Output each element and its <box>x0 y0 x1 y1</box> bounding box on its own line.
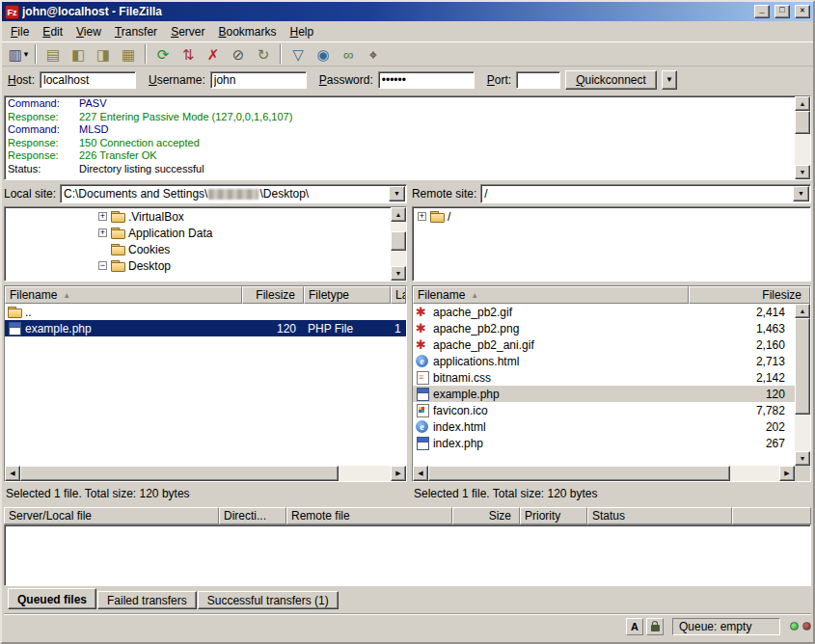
column-header-server-local-file[interactable]: Server/Local file <box>4 507 219 524</box>
local-tree-item-desktop[interactable]: −Desktop <box>6 257 390 274</box>
find-files-button[interactable]: ⌖ <box>362 43 385 65</box>
file-row-item[interactable]: .. <box>5 304 406 320</box>
encryption-indicator-icon[interactable] <box>646 618 664 635</box>
scroll-track[interactable] <box>795 318 810 451</box>
scroll-track[interactable] <box>20 466 391 481</box>
collapse-icon[interactable]: − <box>98 261 107 270</box>
file-row-apache-pb2-gif[interactable]: apache_pb2.gif2,414 <box>413 304 795 320</box>
transfer-queue-list[interactable] <box>4 524 811 586</box>
column-header-remote-file[interactable]: Remote file <box>286 507 452 524</box>
menu-bookmarks[interactable]: Bookmarks <box>211 23 283 40</box>
local-site-combo[interactable]: C:\Documents and Settings\\Desktop\ ▼ <box>60 184 407 203</box>
menu-server[interactable]: Server <box>164 23 211 40</box>
local-horizontal-scrollbar[interactable]: ◀ ▶ <box>5 466 406 481</box>
titlebar[interactable]: Fz john@localhost - FileZilla _ □ ✕ <box>2 2 813 21</box>
file-row-example-php[interactable]: example.php120 <box>413 386 795 402</box>
host-input[interactable] <box>40 71 136 89</box>
remote-list-body[interactable]: apache_pb2.gif2,414apache_pb2.png1,463ap… <box>413 304 810 466</box>
scroll-down-button[interactable]: ▼ <box>795 451 810 466</box>
local-tree-item-application-data[interactable]: +Application Data <box>6 225 390 241</box>
menu-file[interactable]: File <box>4 23 36 40</box>
reconnect-button[interactable]: ↻ <box>252 43 275 65</box>
scroll-down-button[interactable]: ▼ <box>795 165 810 179</box>
synchronized-browsing-button[interactable]: ∞ <box>337 43 360 65</box>
quickconnect-button[interactable]: Quickconnect <box>565 70 657 90</box>
scroll-track[interactable] <box>428 466 779 481</box>
log-scrollbar[interactable]: ▲ ▼ <box>795 96 810 179</box>
datatype-indicator-icon[interactable]: A <box>626 618 643 635</box>
scroll-thumb[interactable] <box>795 318 810 415</box>
column-header-size[interactable]: Size <box>452 507 520 524</box>
refresh-button[interactable]: ⟳ <box>151 43 175 65</box>
local-tree-scrollbar[interactable]: ▲ ▼ <box>391 207 406 281</box>
process-queue-button[interactable]: ⇅ <box>177 43 200 65</box>
disconnect-button[interactable]: ⊘ <box>227 43 250 65</box>
file-row-index-html[interactable]: index.html202 <box>413 418 795 435</box>
column-header-filename[interactable]: Filename▲ <box>413 286 689 304</box>
remote-site-combo[interactable]: / ▼ <box>480 184 811 203</box>
file-row-apache-pb2-png[interactable]: apache_pb2.png1,463 <box>413 320 795 336</box>
file-row-favicon-ico[interactable]: favicon.ico7,782 <box>413 402 795 418</box>
close-button[interactable]: ✕ <box>795 5 810 18</box>
local-tree-item-cookies[interactable]: Cookies <box>6 241 390 257</box>
toggle-remote-tree-button[interactable]: ◨ <box>92 43 115 65</box>
scroll-up-button[interactable]: ▲ <box>795 304 810 318</box>
remote-horizontal-scrollbar[interactable]: ◀ ▶ <box>413 466 795 481</box>
expand-icon[interactable]: + <box>98 212 107 221</box>
toggle-transfer-queue-button[interactable]: ▦ <box>117 43 140 65</box>
remote-site-dropdown-icon[interactable]: ▼ <box>793 186 809 201</box>
scroll-thumb[interactable] <box>391 231 406 251</box>
remote-directory-tree[interactable]: +/ <box>412 206 811 282</box>
column-header-priority[interactable]: Priority <box>520 507 587 524</box>
local-site-dropdown-icon[interactable]: ▼ <box>389 186 405 201</box>
column-header-last-modified[interactable]: Last modified <box>391 286 406 304</box>
tab-failed-transfers[interactable]: Failed transfers <box>97 591 197 609</box>
column-header-filesize[interactable]: Filesize <box>242 286 304 304</box>
message-log[interactable]: Command:PASVResponse:227 Entering Passiv… <box>4 95 811 180</box>
expand-icon[interactable]: + <box>418 212 426 221</box>
compare-directories-button[interactable]: ◉ <box>312 43 335 65</box>
port-input[interactable] <box>516 71 560 89</box>
scroll-down-button[interactable]: ▼ <box>391 266 406 281</box>
scroll-thumb[interactable] <box>428 466 730 481</box>
column-header-directi[interactable]: Directi... <box>219 507 286 524</box>
scroll-track[interactable] <box>795 111 810 165</box>
tab-queued-files[interactable]: Queued files <box>8 588 96 609</box>
local-list-body[interactable]: ..example.php120PHP File1 <box>5 304 406 466</box>
menu-edit[interactable]: Edit <box>36 23 69 40</box>
site-manager-dropdown-icon[interactable]: ▾ <box>24 49 29 59</box>
remote-tree-item-item[interactable]: +/ <box>414 208 809 225</box>
toggle-local-tree-button[interactable]: ◧ <box>67 43 90 65</box>
file-row-apache-pb2-ani-gif[interactable]: apache_pb2_ani.gif2,160 <box>413 336 795 353</box>
username-input[interactable] <box>210 71 307 89</box>
site-manager-button[interactable]: ▥▾ <box>7 43 30 65</box>
scroll-track[interactable] <box>391 222 406 266</box>
toggle-message-log-button[interactable]: ▤ <box>41 43 65 65</box>
scroll-right-button[interactable]: ▶ <box>779 466 795 481</box>
quickconnect-dropdown-button[interactable]: ▼ <box>662 70 677 90</box>
scroll-thumb[interactable] <box>795 111 810 134</box>
column-header-filename[interactable]: Filename▲ <box>5 286 242 304</box>
menu-view[interactable]: View <box>69 23 108 40</box>
file-row-index-php[interactable]: index.php267 <box>413 435 795 451</box>
menu-help[interactable]: Help <box>284 23 321 40</box>
expand-icon[interactable]: + <box>98 228 107 237</box>
scroll-left-button[interactable]: ◀ <box>5 466 20 481</box>
scroll-up-button[interactable]: ▲ <box>795 96 810 111</box>
column-header-filesize[interactable]: Filesize <box>689 286 810 304</box>
cancel-operation-button[interactable]: ✗ <box>202 43 225 65</box>
local-directory-tree[interactable]: +.VirtualBox+Application DataCookies−Des… <box>4 206 407 282</box>
column-header-status[interactable]: Status <box>587 507 732 524</box>
tab-successful-transfers-1[interactable]: Successful transfers (1) <box>198 591 339 609</box>
scroll-right-button[interactable]: ▶ <box>391 466 406 481</box>
password-input[interactable] <box>378 71 475 89</box>
maximize-button[interactable]: □ <box>774 5 790 18</box>
scroll-up-button[interactable]: ▲ <box>391 207 406 222</box>
column-header-filetype[interactable]: Filetype <box>304 286 391 304</box>
local-tree-item-virtualbox[interactable]: +.VirtualBox <box>6 208 390 225</box>
scroll-left-button[interactable]: ◀ <box>413 466 428 481</box>
scroll-thumb[interactable] <box>20 466 339 481</box>
file-row-example-php[interactable]: example.php120PHP File1 <box>5 320 406 336</box>
menu-transfer[interactable]: Transfer <box>108 23 164 40</box>
file-row-applications-html[interactable]: applications.html2,713 <box>413 353 795 369</box>
